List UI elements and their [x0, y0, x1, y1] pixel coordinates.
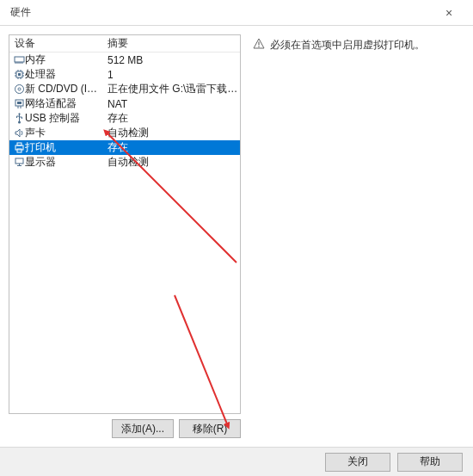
- svg-point-34: [258, 46, 260, 47]
- svg-point-16: [15, 85, 23, 94]
- left-panel: 设备 摘要 内存512 MB处理器1新 CD/DVD (IDE)正在使用文件 G…: [9, 34, 241, 438]
- window-title: 硬件: [10, 5, 432, 20]
- sound-icon: [9, 127, 25, 139]
- cd-icon: [9, 83, 25, 95]
- header-summary: 摘要: [104, 36, 240, 51]
- close-icon[interactable]: ×: [432, 0, 466, 26]
- printer-icon: [9, 142, 25, 153]
- right-panel: 必须在首选项中启用虚拟打印机。: [248, 34, 464, 438]
- device-list: 设备 摘要 内存512 MB处理器1新 CD/DVD (IDE)正在使用文件 G…: [9, 34, 241, 414]
- info-text: 必须在首选项中启用虚拟打印机。: [270, 38, 425, 53]
- remove-button[interactable]: 移除(R): [179, 419, 241, 438]
- device-row[interactable]: 声卡自动检测: [9, 126, 240, 140]
- device-row[interactable]: 打印机存在: [9, 140, 240, 155]
- device-row[interactable]: 处理器1: [9, 67, 240, 82]
- device-summary: 512 MB: [104, 54, 240, 66]
- device-summary: 1: [104, 69, 240, 81]
- device-label: 处理器: [25, 67, 104, 82]
- list-header: 设备 摘要: [9, 35, 240, 53]
- device-row[interactable]: 新 CD/DVD (IDE)正在使用文件 G:\迅雷下载\kali-l...: [9, 82, 240, 96]
- svg-point-17: [18, 88, 21, 90]
- device-row[interactable]: 显示器自动检测: [9, 155, 240, 170]
- device-summary: 存在: [104, 111, 240, 126]
- device-summary: 正在使用文件 G:\迅雷下载\kali-l...: [104, 82, 240, 96]
- svg-marker-25: [15, 129, 20, 137]
- info-line: 必须在首选项中启用虚拟打印机。: [253, 38, 459, 53]
- add-button[interactable]: 添加(A)...: [112, 419, 174, 438]
- device-summary: NAT: [104, 98, 240, 110]
- close-button[interactable]: 关闭: [325, 453, 390, 472]
- list-body: 内存512 MB处理器1新 CD/DVD (IDE)正在使用文件 G:\迅雷下载…: [9, 53, 240, 413]
- header-device: 设备: [9, 36, 104, 51]
- device-summary: 存在: [104, 140, 240, 155]
- svg-rect-19: [17, 102, 22, 104]
- device-summary: 自动检测: [104, 155, 240, 170]
- device-label: USB 控制器: [25, 111, 104, 126]
- warning-icon: [253, 38, 265, 50]
- svg-rect-7: [18, 73, 21, 76]
- titlebar: 硬件 ×: [0, 0, 473, 26]
- memory-icon: [9, 55, 25, 65]
- device-row[interactable]: USB 控制器存在: [9, 111, 240, 126]
- device-label: 新 CD/DVD (IDE): [25, 82, 104, 96]
- device-row[interactable]: 网络适配器NAT: [9, 96, 240, 111]
- device-label: 网络适配器: [25, 96, 104, 111]
- device-label: 声卡: [25, 126, 104, 140]
- left-button-row: 添加(A)... 移除(R): [9, 414, 241, 438]
- content-area: 设备 摘要 内存512 MB处理器1新 CD/DVD (IDE)正在使用文件 G…: [0, 26, 473, 447]
- network-icon: [9, 98, 25, 109]
- device-row[interactable]: 内存512 MB: [9, 53, 240, 67]
- device-label: 内存: [25, 53, 104, 67]
- svg-marker-24: [18, 113, 21, 114]
- cpu-icon: [9, 69, 25, 80]
- display-icon: [9, 157, 25, 168]
- device-summary: 自动检测: [104, 126, 240, 140]
- svg-rect-0: [15, 57, 24, 62]
- device-label: 显示器: [25, 155, 104, 170]
- device-label: 打印机: [25, 140, 104, 155]
- svg-rect-29: [15, 158, 23, 164]
- usb-icon: [9, 113, 25, 124]
- help-button[interactable]: 帮助: [397, 453, 463, 472]
- bottom-bar: 关闭 帮助: [0, 447, 473, 476]
